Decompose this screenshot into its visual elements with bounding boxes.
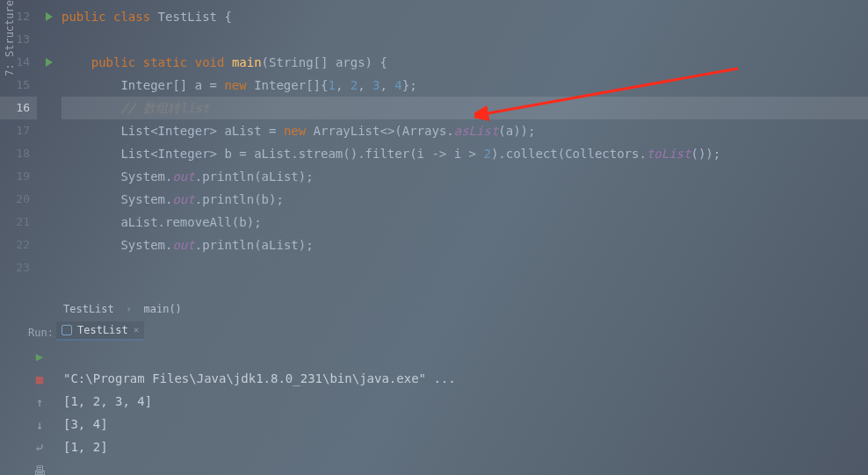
console-line: [1, 2, 3, 4] xyxy=(63,394,152,408)
run-tab[interactable]: TestList ✕ xyxy=(56,321,144,341)
line-number[interactable]: 18 xyxy=(0,142,37,165)
stop-icon: ■ xyxy=(36,372,43,386)
gutter-slot xyxy=(37,165,61,188)
ide-root: 121314151617181920212223 public class Te… xyxy=(0,0,868,475)
rerun-button[interactable]: ▶ xyxy=(31,349,48,363)
soft-wrap-button[interactable]: ⤶ xyxy=(31,441,48,455)
breadcrumb-class[interactable]: TestList xyxy=(63,303,114,315)
run-gutter-icon[interactable] xyxy=(46,58,53,67)
code-line[interactable]: Integer[] a = new Integer[]{1, 2, 3, 4}; xyxy=(61,74,868,97)
editor-pane: 121314151617181920212223 public class Te… xyxy=(0,0,868,299)
gutter-slot xyxy=(37,188,61,211)
scroll-down-button[interactable]: ↓ xyxy=(31,418,48,432)
stop-button[interactable]: ■ xyxy=(31,372,48,386)
code-line[interactable]: List<Integer> aList = new ArrayList<>(Ar… xyxy=(61,119,868,142)
gutter-slot xyxy=(37,97,61,119)
close-icon[interactable]: ✕ xyxy=(134,320,140,340)
console-line: "C:\Program Files\Java\jdk1.8.0_231\bin\… xyxy=(63,371,456,385)
down-icon: ↓ xyxy=(36,418,43,432)
scroll-up-button[interactable]: ↑ xyxy=(31,395,48,409)
line-number[interactable]: 23 xyxy=(0,256,37,279)
run-gutter-icon[interactable] xyxy=(46,12,53,21)
code-line[interactable]: public class TestList { xyxy=(61,5,868,28)
gutter-slot xyxy=(37,28,61,51)
code-line[interactable]: aList.removeAll(b); xyxy=(61,211,868,234)
play-icon: ▶ xyxy=(36,349,43,363)
gutter-slot xyxy=(37,211,61,234)
code-line[interactable]: System.out.println(aList); xyxy=(61,234,868,256)
print-icon: 🖶 xyxy=(33,464,46,475)
gutter-slot xyxy=(37,5,61,28)
breadcrumb[interactable]: TestList › main() xyxy=(63,299,182,320)
code-line[interactable] xyxy=(61,28,868,51)
gutter-icons xyxy=(37,0,61,299)
gutter-slot xyxy=(37,119,61,142)
gutter-slot xyxy=(37,256,61,279)
wrap-icon: ⤶ xyxy=(34,441,45,455)
line-number[interactable]: 17 xyxy=(0,119,37,142)
run-tab-title: TestList xyxy=(77,320,128,340)
gutter-slot xyxy=(37,234,61,256)
line-number[interactable]: 20 xyxy=(0,188,37,211)
line-number[interactable]: 19 xyxy=(0,165,37,188)
gutter-slot xyxy=(37,51,61,74)
line-number[interactable]: 21 xyxy=(0,211,37,234)
code-line[interactable]: public static void main(String[] args) { xyxy=(61,51,868,74)
code-area[interactable]: public class TestList { public static vo… xyxy=(61,0,868,299)
code-line[interactable]: List<Integer> b = aList.stream().filter(… xyxy=(61,142,868,165)
gutter-slot xyxy=(37,142,61,165)
code-line[interactable]: System.out.println(aList); xyxy=(61,165,868,188)
console-output[interactable]: "C:\Program Files\Java\jdk1.8.0_231\bin\… xyxy=(63,344,868,475)
print-button[interactable]: 🖶 xyxy=(31,464,48,475)
code-line[interactable]: // 数组转list xyxy=(61,97,868,119)
structure-tool-button[interactable]: 7: Structure xyxy=(4,0,16,76)
line-number[interactable]: 15 xyxy=(0,74,37,97)
code-line[interactable]: System.out.println(b); xyxy=(61,188,868,211)
console-line: [3, 4] xyxy=(63,417,108,431)
run-toolbar: ▶ ■ ↑ ↓ ⤶ 🖶 🗑 xyxy=(19,342,60,475)
line-number[interactable]: 16 xyxy=(0,97,37,119)
run-config-icon xyxy=(61,325,72,335)
breadcrumb-method[interactable]: main() xyxy=(144,303,182,315)
up-icon: ↑ xyxy=(36,395,43,409)
gutter-slot xyxy=(37,74,61,97)
line-number[interactable]: 22 xyxy=(0,234,37,256)
console-line: [1, 2] xyxy=(63,440,108,454)
code-line[interactable] xyxy=(61,256,868,279)
breadcrumb-separator: › xyxy=(126,303,132,315)
